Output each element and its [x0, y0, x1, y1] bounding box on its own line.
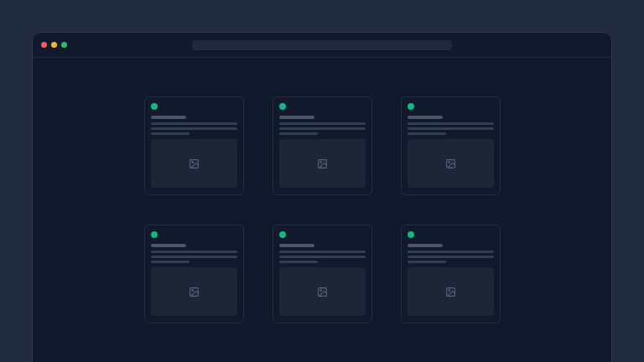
card[interactable]	[144, 225, 244, 323]
skeleton-text-line	[408, 256, 494, 258]
traffic-lights	[41, 33, 67, 57]
skeleton-text-line	[279, 256, 366, 258]
skeleton-text-line	[279, 251, 366, 253]
skeleton-footer-line	[279, 261, 318, 263]
image-icon	[445, 287, 456, 297]
card[interactable]	[273, 96, 372, 195]
card-grid	[144, 96, 501, 323]
skeleton-title-line	[151, 116, 186, 119]
card[interactable]	[401, 96, 501, 195]
skeleton-text-line	[408, 127, 494, 130]
image-icon	[445, 158, 456, 169]
skeleton-title-line	[279, 244, 314, 247]
skeleton-text-line	[151, 122, 237, 125]
status-dot	[408, 103, 414, 110]
skeleton-title-line	[408, 244, 443, 247]
image-placeholder	[408, 139, 494, 188]
image-icon	[189, 287, 200, 297]
skeleton-text-line	[408, 122, 494, 125]
skeleton-title-line	[408, 116, 443, 119]
image-placeholder	[279, 267, 366, 316]
skeleton-text-line	[151, 127, 237, 130]
image-icon	[317, 158, 328, 169]
skeleton-title-line	[279, 116, 314, 119]
image-placeholder	[279, 139, 366, 188]
minimize-button[interactable]	[51, 42, 57, 48]
image-placeholder	[408, 267, 494, 316]
skeleton-text-line	[408, 251, 494, 253]
skeleton-footer-line	[408, 132, 446, 135]
image-icon	[189, 158, 200, 169]
window-content	[33, 58, 611, 323]
card[interactable]	[273, 225, 372, 323]
maximize-button[interactable]	[61, 42, 67, 48]
skeleton-text-line	[279, 127, 366, 130]
status-dot	[279, 231, 286, 238]
skeleton-footer-line	[279, 132, 318, 135]
card[interactable]	[144, 96, 244, 195]
skeleton-text-line	[279, 122, 366, 125]
close-button[interactable]	[41, 42, 47, 48]
skeleton-footer-line	[408, 261, 446, 263]
skeleton-footer-line	[151, 261, 190, 263]
status-dot	[151, 103, 158, 110]
skeleton-footer-line	[151, 132, 190, 135]
image-icon	[317, 287, 328, 297]
address-bar[interactable]	[192, 40, 452, 50]
browser-window	[32, 32, 612, 362]
image-placeholder	[151, 139, 237, 188]
status-dot	[151, 231, 158, 238]
skeleton-title-line	[151, 244, 186, 247]
card[interactable]	[401, 225, 501, 323]
image-placeholder	[151, 267, 237, 316]
skeleton-text-line	[151, 256, 237, 258]
status-dot	[408, 231, 414, 238]
window-titlebar	[33, 33, 611, 58]
page-background	[0, 0, 644, 362]
skeleton-text-line	[151, 251, 237, 253]
status-dot	[279, 103, 286, 110]
